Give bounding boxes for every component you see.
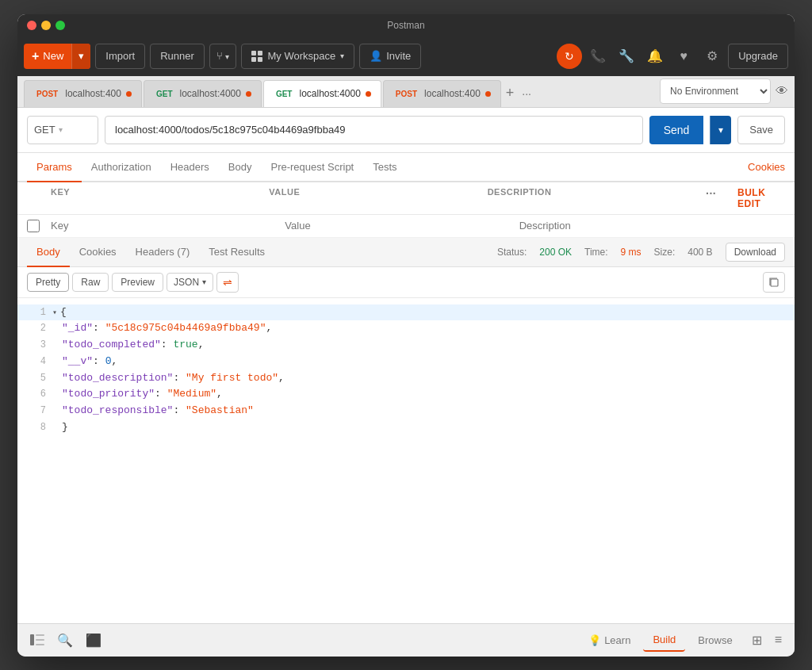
params-table: KEY VALUE DESCRIPTION ··· Bulk Edit: [17, 182, 795, 238]
more-bottom-button[interactable]: ≡: [772, 630, 785, 650]
res-tab-test-results[interactable]: Test Results: [199, 238, 274, 267]
close-button[interactable]: [27, 21, 36, 30]
request-subtabs: Params Authorization Headers Body Pre-re…: [17, 153, 795, 182]
workspace-chevron: ▾: [340, 52, 344, 60]
url-input[interactable]: [105, 116, 643, 144]
person-icon: 👤: [370, 50, 382, 62]
import-button[interactable]: Import: [95, 44, 145, 69]
wrap-button[interactable]: ⇌: [216, 272, 239, 293]
main-content: Body Cookies Headers (7) Test Results St…: [17, 238, 795, 623]
download-button[interactable]: Download: [726, 243, 785, 262]
request-tabs-bar: POST localhost:400 GET localhost:4000 GE…: [17, 76, 795, 108]
workspace-button[interactable]: My Workspace ▾: [241, 44, 354, 69]
window-title: Postman: [387, 20, 424, 31]
build-button[interactable]: Build: [643, 629, 685, 652]
upgrade-button[interactable]: Upgrade: [728, 44, 788, 69]
pretty-button[interactable]: Pretty: [27, 273, 69, 292]
tab-url-2: localhost:4000: [299, 88, 360, 99]
layout-button[interactable]: ⊞: [749, 630, 765, 651]
param-checkbox[interactable]: [27, 220, 40, 232]
fork-button[interactable]: ⑂ ▾: [209, 44, 237, 69]
res-tab-body[interactable]: Body: [27, 238, 70, 267]
code-line-8: 8 }: [17, 419, 795, 436]
format-select[interactable]: JSON ▾: [167, 273, 213, 292]
build-label: Build: [653, 634, 676, 645]
tab-0[interactable]: POST localhost:400: [24, 80, 142, 107]
send-button[interactable]: Send: [649, 116, 704, 144]
bulk-edit-link[interactable]: Bulk Edit: [737, 187, 785, 209]
req-tab-params[interactable]: Params: [27, 153, 82, 182]
tab-1[interactable]: GET localhost:4000: [144, 80, 262, 107]
sync-button[interactable]: ↻: [557, 44, 582, 69]
key-col-header: KEY: [51, 187, 269, 209]
svg-rect-3: [36, 639, 44, 641]
tab-dot-1: [246, 91, 251, 97]
tab-url-1: localhost:4000: [180, 88, 241, 99]
sidebar-toggle-button[interactable]: [27, 631, 48, 649]
tab-dot-3: [485, 91, 491, 97]
svg-rect-2: [36, 634, 44, 636]
more-options-icon[interactable]: ···: [706, 187, 737, 209]
add-tab-button[interactable]: +: [503, 80, 518, 107]
send-dropdown-button[interactable]: ▾: [710, 116, 731, 144]
bell-icon[interactable]: 🔔: [642, 44, 668, 69]
settings-icon[interactable]: ⚙: [699, 44, 725, 69]
format-value: JSON: [174, 277, 199, 288]
phone-icon[interactable]: 📞: [585, 44, 611, 69]
new-label: New: [43, 50, 63, 62]
heart-icon[interactable]: ♥: [671, 44, 696, 69]
value-input[interactable]: [285, 220, 519, 232]
new-dropdown-arrow[interactable]: ▾: [71, 44, 90, 69]
runner-button[interactable]: Runner: [150, 44, 205, 69]
lightbulb-icon: 💡: [588, 634, 601, 646]
req-tab-body[interactable]: Body: [219, 153, 262, 182]
learn-label: Learn: [604, 634, 630, 646]
plus-icon: +: [32, 49, 39, 63]
raw-button[interactable]: Raw: [72, 273, 109, 292]
minimize-button[interactable]: [41, 21, 51, 30]
tab-dot-0: [126, 91, 132, 97]
response-code-block: 1 ▾ { 2 "_id": "5c18c975c04b4469a9fbba49…: [17, 298, 795, 623]
tab-method-2: GET: [274, 89, 295, 99]
invite-button[interactable]: 👤 Invite: [359, 44, 421, 69]
req-tab-tests[interactable]: Tests: [363, 153, 406, 182]
code-line-5: 5 "todo_description": "My first todo",: [17, 370, 795, 387]
console-button[interactable]: ⬛: [82, 630, 105, 651]
svg-rect-0: [771, 279, 778, 286]
description-input[interactable]: [519, 220, 753, 232]
environment-select[interactable]: No Environment: [660, 78, 771, 104]
description-col-header: DESCRIPTION: [488, 187, 706, 209]
tab-dot-2: [366, 91, 371, 97]
code-line-7: 7 "todo_responsible": "Sebastian": [17, 403, 795, 419]
method-select[interactable]: GET ▾: [27, 116, 98, 144]
learn-button[interactable]: 💡 Learn: [579, 630, 640, 651]
search-button[interactable]: 🔍: [54, 630, 76, 651]
method-value: GET: [34, 124, 56, 136]
eye-icon[interactable]: 👁: [776, 84, 788, 98]
maximize-button[interactable]: [56, 21, 65, 30]
value-col-header: VALUE: [269, 187, 487, 209]
save-button[interactable]: Save: [737, 116, 785, 144]
tab-3[interactable]: POST localhost:400: [383, 80, 501, 107]
new-button[interactable]: + New ▾: [24, 44, 90, 69]
preview-button[interactable]: Preview: [112, 273, 163, 292]
more-tabs-button[interactable]: ···: [519, 80, 534, 107]
tab-method-1: GET: [154, 89, 175, 99]
fork-dropdown: ▾: [225, 52, 229, 61]
params-row: [17, 215, 795, 238]
req-tab-headers[interactable]: Headers: [161, 153, 219, 182]
res-tab-headers[interactable]: Headers (7): [126, 238, 200, 267]
req-tab-pre-request[interactable]: Pre-request Script: [261, 153, 363, 182]
req-tab-authorization[interactable]: Authorization: [82, 153, 161, 182]
key-input[interactable]: [51, 220, 285, 232]
request-bar: GET ▾ Send ▾ Save: [17, 108, 795, 153]
invite-label: Invite: [386, 50, 411, 62]
browse-button[interactable]: Browse: [688, 630, 741, 651]
bottom-bar: 🔍 ⬛ 💡 Learn Build Browse ⊞ ≡: [17, 623, 795, 657]
copy-button[interactable]: [763, 272, 785, 293]
wrench-icon[interactable]: 🔧: [614, 44, 639, 69]
tab-2[interactable]: GET localhost:4000: [263, 80, 381, 107]
res-tab-cookies[interactable]: Cookies: [70, 238, 126, 267]
status-label: Status:: [497, 247, 527, 258]
cookies-link[interactable]: Cookies: [748, 161, 785, 173]
